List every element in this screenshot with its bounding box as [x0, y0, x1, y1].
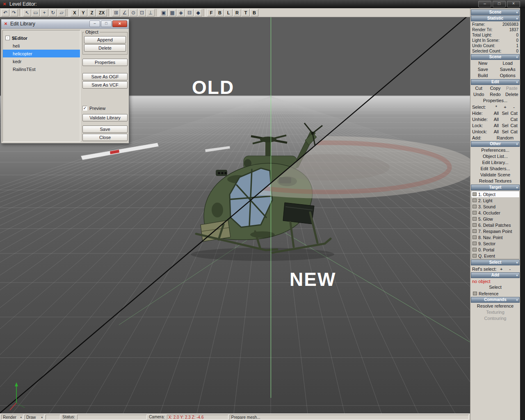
dialog-titlebar[interactable]: × Edit Library – □ ×: [1, 19, 129, 29]
toolbar-rotate-tool-button[interactable]: ↻: [49, 9, 57, 16]
scene-new-button[interactable]: New: [470, 60, 495, 66]
select--button[interactable]: +: [501, 105, 510, 110]
dialog-save-button[interactable]: Save: [82, 126, 128, 133]
unlock-cat-button[interactable]: Cat: [509, 129, 518, 134]
unhide-all-button[interactable]: All: [492, 117, 501, 122]
lock-cat-button[interactable]: Cat: [509, 123, 518, 128]
other-edit-library-button[interactable]: Edit Library...: [470, 160, 520, 166]
tree-item-editor[interactable]: -$Editor: [3, 34, 80, 42]
hide-cat-button[interactable]: Cat: [509, 111, 518, 116]
scene-mode-combo[interactable]: Scene ▼: [471, 9, 520, 15]
edit-properties-button[interactable]: Properties...: [470, 98, 520, 104]
dialog-append-button[interactable]: Append: [84, 36, 126, 43]
select--button[interactable]: -: [509, 105, 518, 110]
scene-build-button[interactable]: Build: [470, 73, 495, 79]
maximize-button[interactable]: □: [493, 1, 506, 7]
toolbar-axis-z-button[interactable]: Z: [88, 9, 96, 16]
edit-section-header[interactable]: Edit ▼: [471, 79, 520, 85]
edit-undo-button[interactable]: Undo: [470, 91, 487, 98]
target-section-header[interactable]: Target ▼: [471, 185, 520, 190]
toolbar-face-snap-button[interactable]: ⊡: [138, 9, 146, 16]
toolbar-axis-y-button[interactable]: Y: [79, 9, 87, 16]
close-button[interactable]: ×: [507, 1, 520, 7]
dialog-delete-button[interactable]: Delete: [84, 44, 126, 52]
target-8-nav-point[interactable]: 8. Nav. Point: [471, 234, 519, 240]
dialog-properties-button[interactable]: Properties: [82, 59, 128, 66]
render-mode-select[interactable]: Render▾: [1, 415, 23, 420]
toolbar-scale-tool-button[interactable]: ▱: [57, 9, 66, 16]
scene-save-button[interactable]: Save: [470, 66, 495, 73]
target-7-respawn-point[interactable]: 7. Respawn Point: [471, 228, 519, 234]
select--button[interactable]: *: [492, 105, 501, 110]
other-validate-scene-button[interactable]: Validate Scene: [470, 172, 520, 178]
dialog-save-as-ogf-button[interactable]: Save As OGF: [82, 73, 128, 80]
scene-section-header[interactable]: Scene ▼: [471, 54, 520, 60]
edit-copy-button[interactable]: Copy: [487, 85, 503, 91]
edit-delete-button[interactable]: Delete: [504, 91, 520, 98]
dialog-minimize-button[interactable]: –: [89, 21, 100, 27]
other-preferences-button[interactable]: Preferences...: [470, 147, 520, 153]
other-section-header[interactable]: Other ▼: [471, 141, 520, 147]
target-2-light[interactable]: 2. Light: [471, 197, 519, 203]
toolbar-view-bottom-button[interactable]: B: [250, 9, 258, 16]
hide-sel-button[interactable]: Sel: [501, 111, 510, 116]
add-random-button[interactable]: Random: [497, 135, 514, 140]
lock-sel-button[interactable]: Sel: [501, 123, 510, 128]
toolbar-view-front-button[interactable]: F: [207, 9, 215, 16]
other-edit-shaders-button[interactable]: Edit Shaders...: [470, 166, 520, 172]
scene-load-button[interactable]: Load: [495, 60, 520, 66]
tree-item-kedr[interactable]: kedr: [3, 57, 80, 65]
refs-minus-button[interactable]: -: [509, 267, 511, 272]
toolbar-show-grid-button[interactable]: ⊟: [185, 9, 194, 16]
toolbar-render-points-button[interactable]: ◈: [177, 9, 185, 16]
toolbar-move-tool-button[interactable]: +: [40, 9, 48, 16]
target-6-detail-patches[interactable]: 6. Detail Patches: [471, 222, 519, 228]
draw-mode-select[interactable]: Draw▾: [25, 415, 44, 420]
toolbar-render-wire-button[interactable]: ▦: [168, 9, 176, 16]
tree-item-heli[interactable]: heli: [3, 42, 80, 50]
reference-row[interactable]: Reference: [470, 290, 520, 297]
target-5-glow[interactable]: 5. Glow: [471, 216, 519, 222]
hide-all-button[interactable]: All: [492, 111, 501, 116]
edit-cut-button[interactable]: Cut: [470, 85, 487, 91]
dialog-save-as-vcf-button[interactable]: Save As VCF: [82, 81, 128, 89]
other-object-list-button[interactable]: Object List...: [470, 153, 520, 160]
toolbar-vertex-snap-button[interactable]: ⊙: [129, 9, 137, 16]
target-1-object[interactable]: 1. Object: [471, 191, 519, 197]
toolbar-render-fill-button[interactable]: ▣: [160, 9, 168, 16]
refs-plus-button[interactable]: +: [500, 267, 502, 272]
statistic-header[interactable]: Statistic ▼: [471, 16, 520, 21]
preview-checkbox-row[interactable]: ✓ Preview: [82, 106, 128, 111]
dialog-close-button[interactable]: ×: [112, 21, 127, 27]
lock-all-button[interactable]: All: [492, 123, 501, 128]
target-9-sector[interactable]: 9. Sector: [471, 240, 519, 247]
toolbar-view-top-button[interactable]: T: [242, 9, 250, 16]
toolbar-select-tool-button[interactable]: ↖: [23, 9, 31, 16]
command-resolve-reference-button[interactable]: Resolve reference: [470, 303, 520, 309]
target-q-event[interactable]: Q. Event: [471, 253, 519, 259]
tree-expander-icon[interactable]: -: [5, 36, 10, 40]
target-4-occluder[interactable]: 4. Occluder: [471, 210, 519, 216]
unlock-all-button[interactable]: All: [492, 129, 501, 134]
toolbar-view-left-button[interactable]: L: [224, 9, 233, 16]
scene-saveas-button[interactable]: SaveAs: [495, 66, 520, 73]
toolbar-view-back-button[interactable]: B: [216, 9, 224, 16]
toolbar-angle-snap-button[interactable]: ∠: [121, 9, 129, 16]
toolbar-grid-snap-button[interactable]: ⊞: [112, 9, 120, 16]
minimize-button[interactable]: –: [478, 1, 491, 7]
target-0-portal[interactable]: 0. Portal: [471, 247, 519, 253]
unhide-cat-button[interactable]: Cat: [509, 117, 518, 122]
toolbar-normal-align-button[interactable]: ⊥: [146, 9, 155, 16]
unlock-sel-button[interactable]: Sel: [501, 129, 510, 134]
edit-redo-button[interactable]: Redo: [487, 91, 503, 98]
toolbar-undo-button[interactable]: ↶: [1, 9, 9, 16]
other-reload-textures-button[interactable]: Reload Textures: [470, 178, 520, 184]
toolbar-show-axis-button[interactable]: ◆: [194, 9, 202, 16]
toolbar-axis-zx-button[interactable]: ZX: [96, 9, 107, 16]
toolbar-select-rect-tool-button[interactable]: ▭: [32, 9, 40, 16]
scene-options-button[interactable]: Options: [495, 73, 520, 79]
add-section-header[interactable]: Add ▼: [471, 272, 520, 278]
preview-checkbox[interactable]: ✓: [82, 106, 87, 111]
dialog-close-button[interactable]: Close: [82, 134, 128, 141]
commands-section-header[interactable]: Commands ▼: [471, 297, 520, 303]
